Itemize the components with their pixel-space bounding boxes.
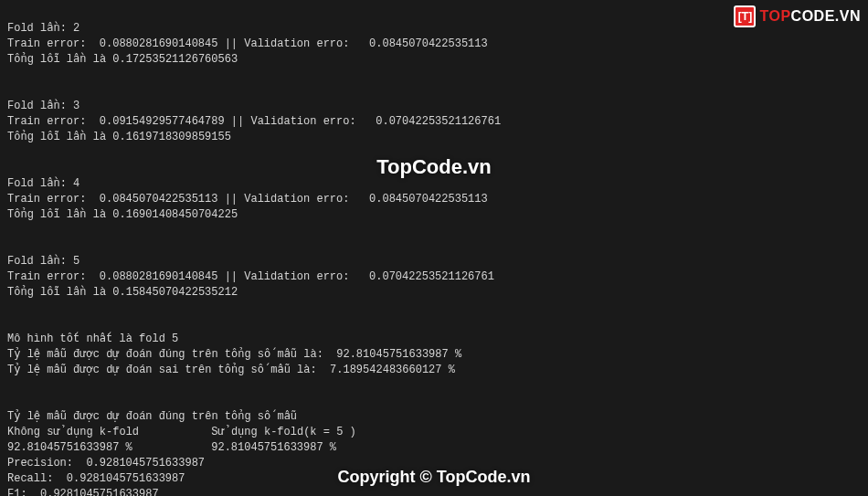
output-line: Train error: 0.09154929577464789 || Vali… <box>7 115 501 128</box>
output-line: Tổng lỗi lần là 0.16901408450704225 <box>7 208 238 221</box>
output-line: Tỷ lệ mẫu được dự đoán đúng trên tổng số… <box>7 348 461 361</box>
output-line: 92.81045751633987 % 92.81045751633987 % <box>7 441 336 454</box>
output-line: Train error: 0.0880281690140845 || Valid… <box>7 37 488 50</box>
output-line: Không sử dụng k-fold Sử dụng k-fold(k = … <box>7 426 356 438</box>
output-line: Tỷ lệ mẫu được dự đoán sai trên tổng số … <box>7 364 455 376</box>
terminal-output[interactable]: Fold lần: 2 Train error: 0.0880281690140… <box>0 0 868 496</box>
output-line: Mô hình tốt nhất là fold 5 <box>7 332 178 345</box>
output-line: Fold lần: 4 <box>7 177 79 190</box>
output-line: Tỷ lệ mẫu được dự đoán đúng trên tổng số… <box>7 410 297 423</box>
output-line: Train error: 0.0880281690140845 || Valid… <box>7 270 494 283</box>
output-line: Fold lần: 3 <box>7 100 79 112</box>
output-line: Fold lần: 5 <box>7 255 79 268</box>
output-line: Precision: 0.9281045751633987 <box>7 457 205 470</box>
output-line: Tổng lỗi lần là 0.1619718309859155 <box>7 131 231 143</box>
output-line: Fold lần: 2 <box>7 22 79 35</box>
output-line: Tổng lỗi lần là 0.15845070422535212 <box>7 286 238 299</box>
output-line: Recall: 0.9281045751633987 <box>7 472 185 485</box>
output-line: Train error: 0.0845070422535113 || Valid… <box>7 193 488 206</box>
output-line: Tổng lỗi lần là 0.17253521126760563 <box>7 53 238 66</box>
output-line: F1: 0.9281045751633987 <box>7 488 159 496</box>
